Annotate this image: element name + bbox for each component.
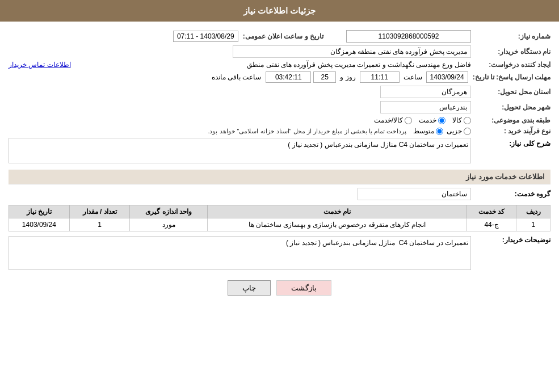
noaa-options-row: جزیی متوسط پرداخت تمام یا بخشی از مبلغ خ… [208, 127, 471, 135]
mowhlat-label: مهلت ارسال پاسخ: تا تاریخ: [468, 73, 550, 81]
col-radif: ردیف [516, 205, 550, 218]
tabagh-kala-khidmat: کالا/خدمت [374, 116, 412, 124]
tarikh-sanat-label: تاریخ و ساعت اعلان عمومی: [238, 32, 323, 40]
page-header: جزئیات اطلاعات نیاز [0, 0, 559, 22]
tawsiyat-container: تعمیرات در ساختمان C4 منازل سازمانی بندر… [9, 236, 471, 272]
table-cell-nam: انجام کارهای متفرقه درخصوص بازسازی و بهس… [208, 218, 467, 231]
bottom-buttons: بازگشت چاپ [9, 280, 550, 296]
mowhlat-row: مهلت ارسال پاسخ: تا تاریخ: 1403/09/24 سا… [9, 71, 550, 83]
tarikh-sanat-value: 1403/08/29 - 07:11 [173, 31, 238, 42]
tabagh-radio-group: کالا خدمت کالا/خدمت [374, 116, 471, 124]
saat-label: ساعت [404, 73, 422, 81]
gohore-khidmat-row: گروه خدمت: ساختمان [9, 188, 550, 200]
baqi-value: 03:42:11 [266, 71, 311, 83]
noaa-motawaset-label: متوسط [413, 127, 434, 135]
ijad-label: ایجاد کننده درخواست: [471, 61, 550, 69]
gohore-khidmat-label: گروه خدمت: [471, 190, 550, 198]
col-nam: نام خدمت [208, 205, 467, 218]
gohore-khidmat-value: ساختمان [358, 188, 471, 200]
table-cell-radif: 1 [516, 218, 550, 231]
mowhlat-fields: 1403/09/24 ساعت 11:11 روز و 25 03:42:11 … [212, 71, 468, 83]
tabaghbandi-row: طبقه بندی موضوعی: کالا خدمت کالا/خدمت [9, 116, 550, 124]
noaa-motawaset-radio[interactable] [436, 128, 443, 135]
tabagh-both-label: کالا/خدمت [374, 116, 403, 124]
services-table: ردیف کد خدمت نام خدمت واحد اندازه گیری ت… [9, 205, 550, 231]
tabagh-kala: کالا [452, 116, 471, 124]
nam-dastgah-label: نام دستگاه خریدار: [471, 48, 550, 56]
ostan-label: استان محل تحویل: [471, 88, 550, 96]
services-section-title: اطلاعات خدمات مورد نیاز [9, 170, 550, 184]
baqi-label: ساعت باقی مانده [212, 73, 262, 81]
tabagh-khidmat-radio[interactable] [438, 117, 445, 124]
shahr-label: شهر محل تحویل: [471, 103, 550, 111]
sherh-row: شرح کلی نیاز: تعمیرات در ساختمان C4 مناز… [9, 138, 550, 165]
main-content: شماره نیاز: 1103092868000592 تاریخ و ساع… [0, 27, 559, 298]
tabagh-kala-label: کالا [452, 116, 462, 124]
shahr-value: بندرعباس [380, 101, 471, 113]
back-button[interactable]: بازگشت [276, 280, 331, 296]
noaa-jazii-label: جزیی [447, 127, 462, 135]
page-title: جزئیات اطلاعات نیاز [243, 6, 316, 15]
noaa-note: پرداخت تمام یا بخشی از مبلغ خریدار از مح… [208, 128, 406, 135]
ostan-row: استان محل تحویل: هرمزگان [9, 86, 550, 98]
mowhlat-tarikh: 1403/09/24 [426, 71, 468, 83]
tabagh-kala-radio[interactable] [464, 117, 471, 124]
saat-value: 11:11 [360, 71, 400, 83]
sherh-label: شرح کلی نیاز: [471, 138, 550, 147]
rooz-value: 25 [313, 71, 336, 83]
tabagh-khidmat-label: خدمت [419, 116, 436, 124]
nam-dastgah-value: مدیریت پخش فرآورده های نفتی منطقه هرمزگا… [233, 45, 471, 58]
col-vahed: واحد اندازه گیری [130, 205, 208, 218]
noaa-jazii: جزیی [447, 127, 471, 135]
tawsiyat-textarea[interactable] [9, 236, 471, 270]
table-cell-vahed: مورد [130, 218, 208, 231]
noaa-row: نوع فرآیند خرید : جزیی متوسط پرداخت تمام… [9, 127, 550, 135]
shahr-row: شهر محل تحویل: بندرعباس [9, 101, 550, 113]
table-cell-kod: ج-44 [466, 218, 516, 231]
ostan-value: هرمزگان [380, 86, 471, 98]
services-table-area: ردیف کد خدمت نام خدمت واحد اندازه گیری ت… [9, 205, 550, 231]
noaa-motawaset: متوسط [413, 127, 443, 135]
col-tarikh: تاریخ نیاز [9, 205, 70, 218]
noaa-jazii-radio[interactable] [464, 128, 471, 135]
sherh-container: تعمیرات در ساختمان C4 منازل سازمانی بندر… [9, 138, 471, 165]
tabagh-khidmat: خدمت [419, 116, 445, 124]
print-button[interactable]: چاپ [228, 280, 271, 296]
shmare-niaz-row: شماره نیاز: 1103092868000592 تاریخ و ساع… [9, 30, 550, 43]
tawsiyat-row: توضیحات خریدار: تعمیرات در ساختمان C4 من… [9, 236, 550, 272]
shmare-niaz-value: 1103092868000592 [346, 30, 471, 43]
table-row: 1ج-44انجام کارهای متفرقه درخصوص بازسازی … [9, 218, 550, 231]
nam-dastgah-row: نام دستگاه خریدار: مدیریت پخش فرآورده ها… [9, 45, 550, 58]
rooz-label: روز و [340, 73, 355, 81]
tabaghbandi-label: طبقه بندی موضوعی: [471, 116, 550, 124]
ijad-link[interactable]: اطلاعات تماس خریدار [9, 61, 71, 69]
table-cell-tedad: 1 [69, 218, 130, 231]
tabagh-both-radio[interactable] [405, 117, 412, 124]
ijad-value: فاضل ورع مهندسی نگهداشت و تعمیرات مدیریت… [74, 61, 471, 69]
col-kod: کد خدمت [466, 205, 516, 218]
ijad-row: ایجاد کننده درخواست: فاضل ورع مهندسی نگه… [9, 61, 550, 69]
shmare-niaz-label: شماره نیاز: [471, 32, 550, 40]
tawsiyat-label: توضیحات خریدار: [471, 236, 550, 244]
table-cell-tarikh: 1403/09/24 [9, 218, 70, 231]
page-container: جزئیات اطلاعات نیاز شماره نیاز: 11030928… [0, 0, 559, 392]
sherh-textarea[interactable] [9, 138, 471, 163]
col-tedad: تعداد / مقدار [69, 205, 130, 218]
noaa-label: نوع فرآیند خرید : [471, 127, 550, 135]
